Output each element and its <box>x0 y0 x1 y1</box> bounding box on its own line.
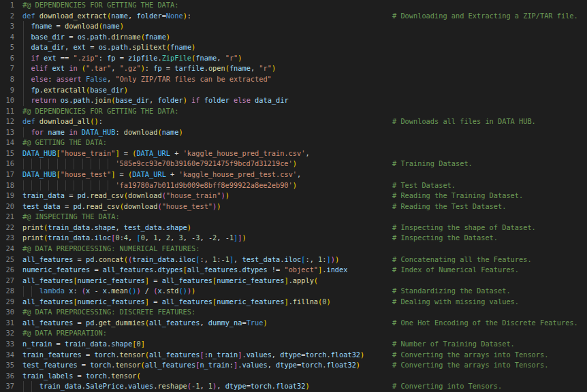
code-token[interactable]: , <box>297 170 301 178</box>
code-text[interactable]: fname = download(name) <box>22 21 124 32</box>
code-token[interactable]: ) <box>326 297 330 306</box>
code-token[interactable]: download <box>128 191 162 199</box>
line-number[interactable]: 13 <box>0 127 14 138</box>
code-token[interactable]: tarfile <box>174 64 204 72</box>
line-number[interactable]: 5 <box>0 42 14 53</box>
code-token[interactable]: = <box>73 318 86 327</box>
code-token[interactable]: std <box>166 287 179 295</box>
code-token[interactable]: : <box>115 128 123 136</box>
code-token[interactable]: ) <box>191 43 195 51</box>
code-token[interactable]: = <box>73 372 86 380</box>
code-token[interactable]: print <box>22 233 44 242</box>
code-token[interactable]: ) <box>238 54 242 62</box>
code-token[interactable]: ".gz" <box>120 64 141 72</box>
inline-comment[interactable]: # Inspecting the Dataset. <box>392 233 498 244</box>
code-token[interactable]: #@ DEPENDENCIES FOR GETTING THE DATA: <box>22 1 178 9</box>
code-line[interactable]: 18 'fa19780a7b011d9b009e8bff8e99922a8ee2… <box>0 180 587 191</box>
code-token[interactable]: ) <box>356 361 360 369</box>
code-token[interactable]: , - <box>183 233 196 242</box>
code-token[interactable]: : <box>99 117 103 125</box>
code-line[interactable]: 8 else: assert False, "Only ZIP/TAR file… <box>0 74 587 85</box>
code-token[interactable]: fillna <box>293 297 318 306</box>
code-token[interactable]: tensor <box>115 361 140 369</box>
code-token[interactable]: ) <box>124 86 128 94</box>
code-token[interactable]: #@ DATA PREPROCESSING: DISCRETE FEATURES… <box>22 308 195 316</box>
inline-comment[interactable]: # Downloading and Extracting a ZIP/TAR f… <box>392 11 578 22</box>
code-line[interactable]: 28 lambda x: (x - x.mean()) / (x.std()))… <box>0 286 587 297</box>
inline-comment[interactable]: # Standardizing the Dataset. <box>392 286 511 297</box>
code-token[interactable]: ( <box>136 372 140 380</box>
code-token[interactable]: path <box>90 33 107 41</box>
code-line[interactable]: 22print(train_data.shape, test_data.shap… <box>0 223 587 233</box>
code-token[interactable]: os <box>99 43 107 51</box>
code-line[interactable]: 1#@ DEPENDENCIES FOR GETTING THE DATA: <box>0 0 587 11</box>
code-line[interactable]: 27all_features[numeric_features] = all_f… <box>0 276 587 287</box>
code-token[interactable]: folder <box>157 96 183 104</box>
code-token[interactable]: pd <box>86 318 94 327</box>
code-text[interactable]: #@ DATA PREPROCESSING: NUMERICAL FEATURE… <box>22 244 200 255</box>
code-token[interactable]: = <box>120 149 133 157</box>
line-number[interactable]: 36 <box>0 371 14 382</box>
code-token[interactable]: shape <box>166 223 187 231</box>
code-token[interactable]: download_extract <box>39 12 107 20</box>
code-token[interactable]: reshape <box>157 382 187 390</box>
code-token[interactable]: os <box>78 33 86 41</box>
code-token[interactable]: mean <box>111 287 128 295</box>
code-token[interactable] <box>22 159 115 167</box>
line-number[interactable]: 30 <box>0 307 14 318</box>
code-line[interactable]: 30#@ DATA PREPROCESSING: DISCRETE FEATUR… <box>0 307 587 318</box>
code-token[interactable]: name <box>48 128 65 136</box>
code-token[interactable]: + <box>166 170 179 178</box>
code-text[interactable]: lambda x: (x - x.mean()) / (x.std())) <box>22 286 195 297</box>
code-text[interactable]: all_features = pd.get_dummies(all_featur… <box>22 318 268 329</box>
code-token[interactable]: fname <box>31 22 52 30</box>
code-token[interactable]: folder <box>204 96 229 104</box>
code-line[interactable]: 2def download_extract(name, folder=None)… <box>0 11 587 22</box>
code-token[interactable]: train_data <box>22 191 65 199</box>
code-token[interactable]: #@ DEPENDENCIES FOR GETTING THE DATA: <box>22 107 178 115</box>
code-token[interactable]: ) <box>178 128 183 136</box>
code-token[interactable]: "r" <box>259 64 272 72</box>
code-text[interactable]: DATA_HUB["house_train"] = (DATA_URL + 'k… <box>22 148 310 159</box>
code-token[interactable]: numeric_features <box>78 276 145 284</box>
inline-comment[interactable]: # Downloads all files in DATA HUB. <box>392 116 536 127</box>
code-token[interactable]: , <box>157 233 165 242</box>
code-token[interactable]: = <box>149 297 162 306</box>
code-token[interactable]: ZipFile <box>162 54 191 62</box>
code-token[interactable] <box>22 64 31 72</box>
code-token[interactable]: read_csv <box>86 202 120 210</box>
code-token[interactable]: values <box>242 361 267 369</box>
code-token[interactable]: ext <box>44 54 57 62</box>
code-token[interactable]: 'kaggle_house_pred_test.csv' <box>178 170 297 178</box>
code-token[interactable]: , <box>107 75 115 83</box>
code-token[interactable]: base_dir <box>115 96 149 104</box>
code-line[interactable]: 33n_train = train_data.shape[0]# Number … <box>0 339 587 350</box>
code-text[interactable]: test_features = torch.tensor(all_feature… <box>22 360 360 371</box>
inline-comment[interactable]: # Concatenating all the Features. <box>392 255 532 265</box>
line-number[interactable]: 29 <box>0 297 14 308</box>
code-text[interactable]: n_train = train_data.shape[0] <box>22 339 145 350</box>
code-text[interactable]: #@ INSPECTING THE DATA: <box>22 212 120 223</box>
line-number[interactable]: 33 <box>0 339 14 350</box>
code-token[interactable]: = <box>52 340 65 348</box>
code-token[interactable]: all_features <box>149 318 200 327</box>
line-number[interactable]: 34 <box>0 350 14 361</box>
code-token[interactable]: ) <box>263 318 267 327</box>
code-text[interactable]: return os.path.join(base_dir, folder) if… <box>22 95 289 106</box>
code-token[interactable]: torch <box>86 372 107 380</box>
code-token[interactable]: , <box>200 318 208 327</box>
line-number[interactable]: 1 <box>0 0 14 11</box>
line-number[interactable]: 8 <box>0 74 14 85</box>
code-token[interactable]: test_data <box>242 255 280 263</box>
code-token[interactable]: , <box>200 382 208 390</box>
code-token[interactable]: = <box>149 276 162 284</box>
code-token[interactable]: download_all <box>39 117 90 125</box>
code-line[interactable]: 3 fname = download(name) <box>0 21 587 32</box>
code-token[interactable]: data_dir <box>255 96 289 104</box>
code-token[interactable]: , <box>128 233 136 242</box>
code-line[interactable]: 20test_data = pd.read_csv(download("hous… <box>0 201 587 212</box>
code-token[interactable]: all_features <box>103 265 153 274</box>
line-number[interactable]: 16 <box>0 159 14 169</box>
code-line[interactable]: 36train_labels = torch.tensor( <box>0 371 587 382</box>
code-token[interactable]: "r" <box>225 54 238 62</box>
